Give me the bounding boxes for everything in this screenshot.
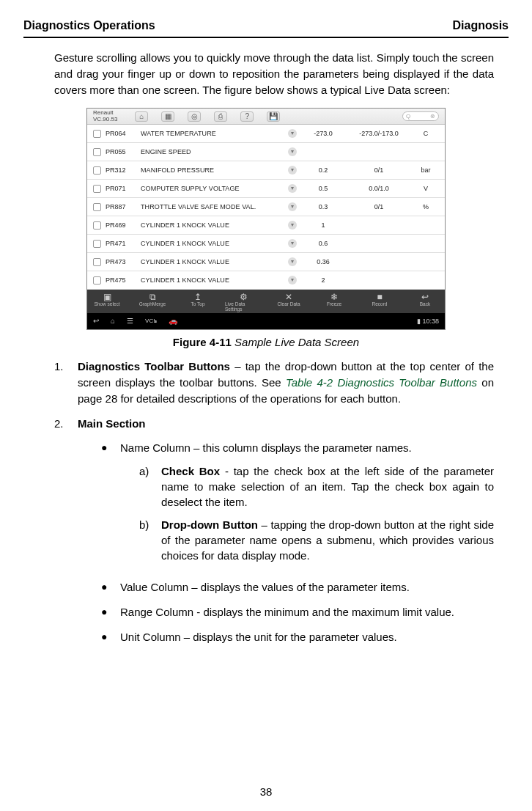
bullet-icon: ● xyxy=(101,629,120,645)
param-value: 0.3 xyxy=(301,204,345,210)
param-range: 0.0/1.0 xyxy=(350,186,408,192)
param-unit: % xyxy=(413,204,439,210)
bullet-icon: ● xyxy=(101,604,120,620)
search-input[interactable]: Q ⊗ xyxy=(402,111,439,121)
screenshot-navbar: ↩ ⌂ ☰ VCI₃ 🚗 ▮ 10:38 xyxy=(87,313,445,329)
close-icon[interactable]: ⊗ xyxy=(430,114,435,120)
param-name: CYLINDER 1 KNOCK VALUE xyxy=(141,277,284,284)
fn-live-data-settings[interactable]: ⚙Live Data Settings xyxy=(225,293,262,312)
header-right: Diagnosis xyxy=(453,19,509,32)
fn-to-top[interactable]: ↥To Top xyxy=(180,293,216,312)
param-name: CYLINDER 1 KNOCK VALUE xyxy=(141,241,284,247)
header-rule xyxy=(23,37,509,38)
fn-record[interactable]: ■Record xyxy=(361,293,398,312)
fn-graphmerge[interactable]: ⧉GraphMerge xyxy=(134,293,171,312)
screenshot-function-bar: ▣Show select⧉GraphMerge↥To Top⚙Live Data… xyxy=(87,290,445,313)
checkbox[interactable] xyxy=(93,130,101,138)
param-unit: C xyxy=(413,131,439,137)
value-column-desc: Value Column – displays the values of th… xyxy=(120,579,494,595)
table-row: PR064WATER TEMPERATURE▾-273.0-273.0/-173… xyxy=(87,125,445,143)
dropdown-button-desc: Drop-down Button – tapping the drop-down… xyxy=(161,517,494,563)
param-name: WATER TEMPERATURE xyxy=(141,131,284,137)
dropdown-icon[interactable]: ▾ xyxy=(288,257,297,266)
header-left: Diagnostics Operations xyxy=(23,19,155,32)
clock: ▮ 10:38 xyxy=(417,318,439,325)
param-name: THROTTLE VALVE SAFE MODE VAL. xyxy=(141,204,284,210)
dropdown-icon[interactable]: ▾ xyxy=(288,184,297,193)
param-range: 0/1 xyxy=(350,204,408,210)
dropdown-icon[interactable]: ▾ xyxy=(288,202,297,211)
param-code: PR471 xyxy=(106,241,136,247)
param-value: 1 xyxy=(301,222,345,229)
unit-column-desc: Unit Column – displays the unit for the … xyxy=(120,629,494,645)
checkbox[interactable] xyxy=(93,185,101,193)
param-value: 0.2 xyxy=(301,167,345,174)
letter-b: b) xyxy=(139,517,161,563)
intro-paragraph: Gesture scrolling allows you to quickly … xyxy=(54,50,494,98)
list-item-1: Diagnostics Toolbar Buttons – tap the dr… xyxy=(78,359,494,406)
page-number: 38 xyxy=(0,785,532,798)
table-row: PR071COMPUTER SUPPLY VOLTAGE▾0.50.0/1.0V xyxy=(87,180,445,198)
fn-freeze[interactable]: ❄Freeze xyxy=(316,293,352,312)
vci-icon[interactable]: VCI₃ xyxy=(145,318,157,324)
param-code: PR473 xyxy=(106,259,136,265)
car-icon[interactable]: 🚗 xyxy=(169,318,177,325)
fn-back[interactable]: ↩Back xyxy=(407,293,443,312)
checkbox[interactable] xyxy=(93,258,101,266)
dropdown-icon[interactable]: ▾ xyxy=(288,129,297,138)
param-code: PR469 xyxy=(106,222,136,229)
checkbox[interactable] xyxy=(93,276,101,285)
param-code: PR312 xyxy=(106,167,136,174)
table-row: PR887THROTTLE VALVE SAFE MODE VAL.▾0.30/… xyxy=(87,198,445,216)
home-icon[interactable]: ⌂ xyxy=(135,111,148,122)
recent-icon[interactable]: ☰ xyxy=(127,318,133,325)
list-number-2: 2. xyxy=(54,416,78,654)
name-column-desc: Name Column – this column displays the p… xyxy=(120,441,412,454)
param-value: 0.5 xyxy=(301,186,345,192)
range-column-desc: Range Column - displays the minimum and … xyxy=(120,604,494,620)
checkbox[interactable] xyxy=(93,240,101,248)
table-row: PR473CYLINDER 1 KNOCK VALUE▾0.36 xyxy=(87,253,445,271)
param-name: COMPUTER SUPPLY VOLTAGE xyxy=(141,186,284,192)
param-value: -273.0 xyxy=(301,131,345,137)
dropdown-icon[interactable]: ▾ xyxy=(288,166,297,175)
help-icon[interactable]: ? xyxy=(240,111,254,122)
home-nav-icon[interactable]: ⌂ xyxy=(111,318,115,325)
param-name: CYLINDER 1 KNOCK VALUE xyxy=(141,259,284,265)
fn-clear-data[interactable]: ✕Clear Data xyxy=(270,293,307,312)
param-value: 0.36 xyxy=(301,259,345,265)
param-code: PR071 xyxy=(106,186,136,192)
checkbox[interactable] xyxy=(93,148,101,156)
main-section-heading: Main Section xyxy=(78,417,146,430)
print-icon[interactable]: ⎙ xyxy=(214,111,227,122)
checkbox[interactable] xyxy=(93,203,101,211)
target-icon[interactable]: ◎ xyxy=(188,111,201,122)
dropdown-icon[interactable]: ▾ xyxy=(288,221,297,230)
param-range: -273.0/-173.0 xyxy=(350,131,408,137)
table-row: PR475CYLINDER 1 KNOCK VALUE▾2 xyxy=(87,271,445,290)
xref-table-4-2[interactable]: Table 4-2 Diagnostics Toolbar Buttons xyxy=(286,376,477,389)
brand-version: VC.90.53 xyxy=(93,117,117,122)
fn-show-select[interactable]: ▣Show select xyxy=(89,293,125,312)
checkbox[interactable] xyxy=(93,166,101,175)
param-code: PR064 xyxy=(106,131,136,137)
dropdown-icon[interactable]: ▾ xyxy=(288,147,297,156)
param-range: 0/1 xyxy=(350,167,408,174)
param-code: PR055 xyxy=(106,149,136,155)
back-icon[interactable]: ↩ xyxy=(93,318,99,325)
check-box-desc: Check Box - tap the check box at the lef… xyxy=(161,463,494,510)
dropdown-icon[interactable]: ▾ xyxy=(288,239,297,248)
figure-caption: Figure 4-11 Sample Live Data Screen xyxy=(23,336,509,348)
param-value: 0.6 xyxy=(301,241,345,247)
grid-icon[interactable]: ▦ xyxy=(161,111,174,122)
bullet-icon: ● xyxy=(101,440,120,570)
checkbox[interactable] xyxy=(93,221,101,230)
search-icon: Q xyxy=(406,114,410,120)
save-icon[interactable]: 💾 xyxy=(267,111,280,122)
param-unit: V xyxy=(413,186,439,192)
param-name: ENGINE SPEED xyxy=(141,149,284,155)
dropdown-icon[interactable]: ▾ xyxy=(288,276,297,285)
param-value: 2 xyxy=(301,277,345,284)
table-row: PR469CYLINDER 1 KNOCK VALUE▾1 xyxy=(87,216,445,235)
param-code: PR475 xyxy=(106,277,136,284)
